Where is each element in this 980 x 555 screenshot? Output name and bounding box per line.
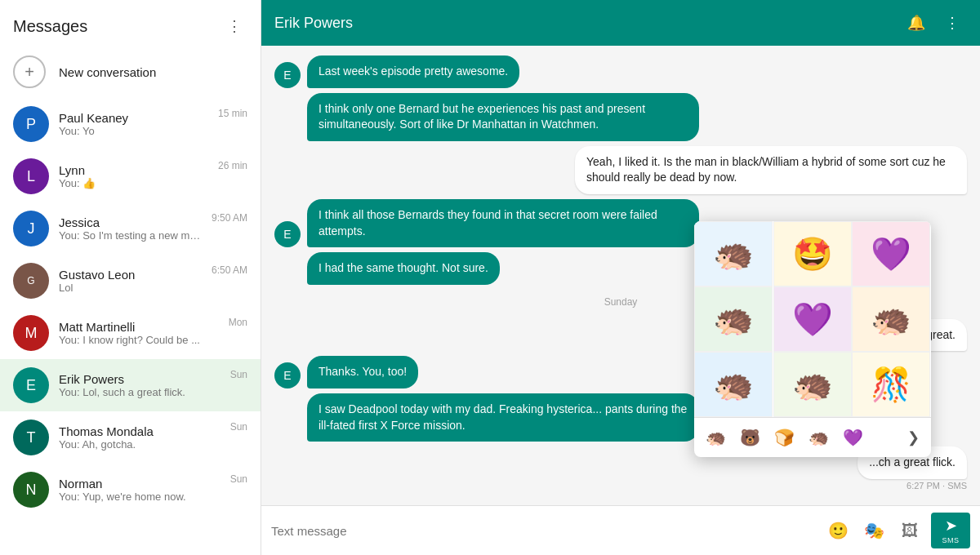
conversation-item-paul[interactable]: PPaul KeaneyYou: Yo15 min [0, 98, 261, 150]
sticker-panel: 🦔🤩💜🦔💜🦔🦔🦔🎊 🦔🐻🍞🦔💜❯ [694, 221, 931, 457]
conversation-name: Erik Powers [59, 372, 220, 386]
send-button[interactable]: ➤ SMS [931, 513, 970, 548]
conversation-item-erik[interactable]: EErik PowersYou: Lol, such a great flick… [0, 359, 261, 411]
conversation-time: 9:50 AM [212, 212, 247, 224]
conversation-item-lynn[interactable]: LLynnYou: 👍26 min [0, 150, 261, 202]
emoji-button[interactable]: 🙂 [823, 516, 853, 545]
message-bubble: Last week's episode pretty awesome. [307, 56, 519, 88]
conversation-item-gustavo[interactable]: GGustavo LeonLol6:50 AM [0, 255, 261, 307]
conversation-info: Thomas MondalaYou: Ah, gotcha. [59, 424, 220, 451]
sticker-cell-6[interactable]: 🦔 [694, 352, 773, 417]
sticker-cell-5[interactable]: 🦔 [852, 286, 930, 352]
avatar: N [13, 472, 49, 508]
sticker-thumb-1[interactable]: 🐻 [735, 423, 764, 452]
conversation-info: NormanYou: Yup, we're home now. [59, 477, 220, 503]
message-avatar: E [274, 362, 301, 388]
conversation-item-thomas[interactable]: TThomas MondalaYou: Ah, gotcha.Sun [0, 411, 261, 464]
sticker-cell-3[interactable]: 🦔 [694, 286, 773, 352]
send-label: SMS [942, 536, 959, 544]
conversation-info: JessicaYou: So I'm testing a new me... [59, 215, 202, 242]
avatar: T [13, 420, 49, 455]
conversation-info: Paul KeaneyYou: Yo [59, 111, 208, 137]
conversation-time: Sun [230, 421, 247, 433]
message-bubble: I saw Deadpool today with my dad. Freaki… [307, 393, 699, 442]
conversation-time: Sun [230, 473, 247, 485]
sticker-thumb-2[interactable]: 🍞 [769, 423, 799, 452]
avatar: J [13, 211, 49, 246]
message-bubble: I think only one Bernard but he experien… [307, 93, 699, 141]
message-row: I think only one Bernard but he experien… [274, 93, 967, 141]
chat-more-button[interactable]: ⋮ [938, 8, 967, 38]
conversation-name: Matt Martinelli [59, 320, 219, 334]
sticker-cell-1[interactable]: 🤩 [773, 221, 852, 286]
message-row: ELast week's episode pretty awesome. [274, 56, 967, 88]
sticker-cell-0[interactable]: 🦔 [694, 221, 773, 286]
message-bubble: I had the same thought. Not sure. [307, 252, 500, 285]
conversation-info: Gustavo LeonLol [59, 268, 202, 294]
sidebar-header: Messages ⋮ [0, 0, 261, 46]
sticker-cell-2[interactable]: 💜 [852, 221, 930, 286]
avatar: G [13, 263, 49, 299]
conversation-preview: You: So I'm testing a new me... [59, 229, 202, 242]
new-conversation-button[interactable]: + New conversation [0, 46, 261, 98]
chat-header-actions: 🔔 ⋮ [902, 8, 967, 38]
sticker-button[interactable]: 🎭 [859, 516, 889, 545]
conversation-item-matt[interactable]: MMatt MartinelliYou: I know right? Could… [0, 307, 261, 359]
conversation-name: Jessica [59, 215, 202, 229]
sticker-thumb-3[interactable]: 🦔 [804, 423, 833, 452]
new-conversation-label: New conversation [59, 65, 156, 79]
conversation-preview: You: 👍 [59, 177, 208, 189]
avatar: P [13, 106, 49, 142]
conversation-info: Matt MartinelliYou: I know right? Could … [59, 320, 219, 346]
conversation-time: 26 min [218, 160, 247, 171]
sticker-bottom-row: 🦔🐻🍞🦔💜❯ [694, 417, 931, 457]
conversation-info: Erik PowersYou: Lol, such a great flick. [59, 372, 220, 398]
sticker-cell-8[interactable]: 🎊 [852, 352, 930, 417]
conversation-time: 6:50 AM [212, 264, 247, 276]
conversation-list: PPaul KeaneyYou: Yo15 minLLynnYou: 👍26 m… [0, 98, 261, 555]
message-avatar: E [274, 221, 301, 247]
message-avatar: E [274, 62, 301, 88]
conversation-name: Thomas Mondala [59, 424, 220, 438]
plus-icon: + [13, 56, 46, 88]
avatar: M [13, 315, 49, 351]
notification-button[interactable]: 🔔 [902, 8, 931, 38]
conversation-name: Gustavo Leon [59, 268, 202, 282]
message-bubble: I think all those Bernards they found in… [307, 199, 699, 247]
chat-contact-name: Erik Powers [274, 15, 353, 32]
conversation-name: Paul Keaney [59, 111, 208, 125]
message-bubble: Yeah, I liked it. Is the man in black/Wi… [575, 146, 967, 194]
sticker-thumb-0[interactable]: 🦔 [701, 423, 730, 452]
chat-header: Erik Powers 🔔 ⋮ [261, 0, 980, 46]
conversation-preview: Lol [59, 282, 202, 294]
sticker-thumb-4[interactable]: 💜 [838, 423, 867, 452]
conversation-info: LynnYou: 👍 [59, 163, 208, 189]
sticker-grid: 🦔🤩💜🦔💜🦔🦔🦔🎊 [694, 221, 931, 417]
conversation-preview: You: Yo [59, 125, 208, 137]
sidebar-more-button[interactable]: ⋮ [221, 13, 247, 39]
sticker-cell-7[interactable]: 🦔 [773, 352, 852, 417]
message-row: Yeah, I liked it. Is the man in black/Wi… [274, 146, 967, 194]
sidebar: Messages ⋮ + New conversation PPaul Kean… [0, 0, 261, 555]
conversation-name: Lynn [59, 163, 208, 177]
send-icon: ➤ [945, 517, 957, 535]
conversation-preview: You: I know right? Could be ... [59, 334, 219, 346]
conversation-preview: You: Yup, we're home now. [59, 491, 220, 503]
conversation-item-norman[interactable]: NNormanYou: Yup, we're home now.Sun [0, 464, 261, 516]
image-button[interactable]: 🖼 [895, 516, 924, 545]
conversation-time: Mon [229, 317, 247, 328]
conversation-preview: You: Ah, gotcha. [59, 438, 220, 451]
conversation-preview: You: Lol, such a great flick. [59, 386, 220, 398]
chat-area: Erik Powers 🔔 ⋮ ELast week's episode pre… [261, 0, 980, 555]
sidebar-title: Messages [13, 17, 87, 36]
message-meta: 6:27 PM · SMS [858, 481, 967, 491]
avatar: E [13, 367, 49, 403]
message-input[interactable] [271, 524, 817, 538]
sticker-next-button[interactable]: ❯ [902, 426, 924, 449]
conversation-item-jessica[interactable]: JJessicaYou: So I'm testing a new me...9… [0, 202, 261, 255]
conversation-time: Sun [230, 369, 247, 380]
avatar: L [13, 158, 49, 194]
input-bar: 🙂 🎭 🖼 ➤ SMS [261, 505, 980, 555]
sticker-cell-4[interactable]: 💜 [773, 286, 852, 352]
conversation-name: Norman [59, 477, 220, 491]
